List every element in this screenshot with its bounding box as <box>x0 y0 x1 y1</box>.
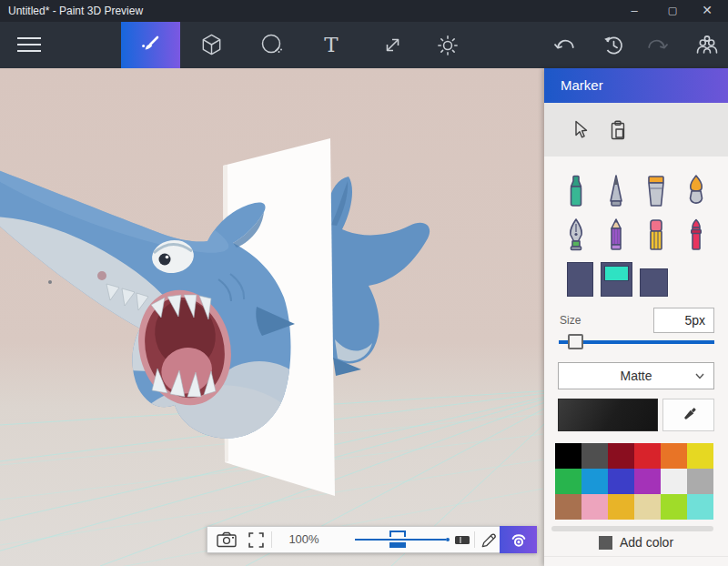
palette-color[interactable] <box>687 469 713 494</box>
tab-stickers[interactable] <box>259 32 285 57</box>
tab-text[interactable]: T <box>318 32 344 57</box>
zoom-slider-handle-fill[interactable] <box>389 542 406 548</box>
people-icon <box>694 33 720 56</box>
size-input[interactable]: 5px <box>653 308 714 333</box>
brush-icon <box>138 33 164 58</box>
brush-tools-grid <box>556 170 716 258</box>
fit-view-icon <box>248 532 264 548</box>
divider <box>271 531 272 548</box>
select-paste-band <box>544 103 728 157</box>
eraser-icon <box>643 217 669 254</box>
add-color-label: Add color <box>620 535 673 550</box>
brush-pencil[interactable] <box>600 215 632 257</box>
size-slider-handle[interactable] <box>568 334 583 349</box>
tab-effects[interactable] <box>435 32 460 57</box>
eyedropper-icon <box>679 405 699 425</box>
canvas-viewport[interactable]: 100% <box>0 68 544 566</box>
scene-shark-through-canvas <box>0 68 544 566</box>
panel-scrollbar[interactable] <box>551 526 713 531</box>
menu-icon[interactable] <box>16 32 42 57</box>
palette-color[interactable] <box>608 443 634 469</box>
oil-brush-icon <box>683 174 709 210</box>
flag-icon[interactable] <box>455 536 470 544</box>
community-button[interactable] <box>694 32 720 57</box>
pen-icon <box>603 174 629 210</box>
brush-eraser[interactable] <box>640 215 672 257</box>
brush-marker[interactable] <box>560 171 592 213</box>
brush-crayon[interactable] <box>680 215 713 257</box>
tab-3d-shapes[interactable] <box>198 32 224 57</box>
divider <box>544 556 728 557</box>
fit-view-button[interactable] <box>244 527 268 552</box>
sticker-icon <box>259 32 285 57</box>
palette-color[interactable] <box>581 469 608 494</box>
window-title: Untitled* - Paint 3D Preview <box>8 0 143 22</box>
screenshot-button[interactable] <box>215 527 238 552</box>
tab-canvas[interactable] <box>379 32 405 57</box>
teal-fill <box>604 266 629 281</box>
finish-value: Matte <box>620 369 652 383</box>
palette-color[interactable] <box>634 469 661 494</box>
paste-clipboard-icon <box>609 120 628 141</box>
camera-icon <box>217 531 237 548</box>
eyedropper-button[interactable] <box>662 399 714 431</box>
palette-color[interactable] <box>661 443 687 469</box>
brush-flat[interactable] <box>640 171 672 213</box>
zoom-level-label: 100% <box>282 527 326 552</box>
fill-swatch-square[interactable] <box>640 268 668 297</box>
palette-color[interactable] <box>634 443 661 469</box>
pencil-icon <box>480 531 497 549</box>
divider <box>474 531 475 548</box>
minimize-button[interactable]: – <box>619 0 650 22</box>
brush-oil[interactable] <box>680 171 713 213</box>
fill-swatch-solid[interactable] <box>567 262 593 297</box>
sun-icon <box>435 32 460 58</box>
canvas-resize-icon <box>380 33 405 57</box>
text-icon: T <box>324 32 338 57</box>
palette-color[interactable] <box>687 494 713 520</box>
fill-swatch-teal[interactable] <box>601 262 632 297</box>
close-button[interactable]: ✕ <box>692 0 723 22</box>
palette-color[interactable] <box>555 469 581 494</box>
palette-color[interactable] <box>661 494 687 520</box>
brush-calligraphy[interactable] <box>560 215 592 257</box>
current-color-preview[interactable] <box>558 399 658 431</box>
draw-mode-button[interactable] <box>478 527 498 552</box>
undo-button[interactable] <box>551 32 577 57</box>
palette-color[interactable] <box>687 443 713 469</box>
chevron-down-icon <box>695 373 704 379</box>
titlebar: Untitled* - Paint 3D Preview – ▢ ✕ <box>0 0 728 22</box>
palette-color[interactable] <box>555 494 581 520</box>
history-button[interactable] <box>601 32 626 57</box>
pencil-tool-icon <box>603 217 629 254</box>
brush-panel: Marker <box>544 68 728 566</box>
calligraphy-pen-icon <box>563 217 589 254</box>
add-color-button[interactable]: Add color <box>544 533 728 551</box>
palette-color[interactable] <box>581 494 608 520</box>
palette-color[interactable] <box>581 443 608 469</box>
3d-view-button[interactable] <box>500 526 537 553</box>
palette-color[interactable] <box>555 443 581 469</box>
finish-dropdown[interactable]: Matte <box>558 362 714 389</box>
fill-swatch-row <box>567 262 668 297</box>
palette-color[interactable] <box>661 469 687 494</box>
view-controls-bar: 100% <box>207 526 537 553</box>
3d-cube-icon <box>199 32 224 57</box>
flat-brush-icon <box>643 174 669 210</box>
maximize-button[interactable]: ▢ <box>657 0 688 22</box>
palette-color[interactable] <box>608 494 634 520</box>
palette-color[interactable] <box>634 494 661 520</box>
palette-color[interactable] <box>608 469 634 494</box>
tab-brushes[interactable] <box>121 22 180 68</box>
shark-tail <box>328 177 430 376</box>
zoom-slider-end <box>446 538 450 541</box>
zoom-slider-track[interactable] <box>355 539 446 541</box>
redo-button[interactable] <box>644 32 670 57</box>
paste-button[interactable] <box>604 117 632 143</box>
brush-pen[interactable] <box>600 171 632 213</box>
size-label: Size <box>560 314 581 327</box>
zoom-slider-handle[interactable] <box>389 531 406 537</box>
color-palette <box>555 443 713 520</box>
panel-title: Marker <box>544 68 728 93</box>
select-button[interactable] <box>566 117 593 143</box>
